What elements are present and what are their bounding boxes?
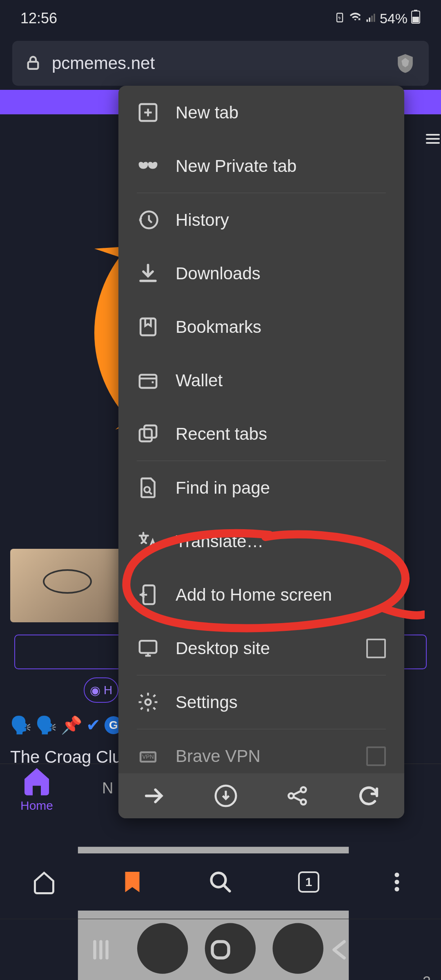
downloads-icon	[137, 262, 159, 285]
bookmark-icon[interactable]	[120, 870, 145, 894]
svg-rect-1	[366, 19, 368, 22]
svg-rect-7	[412, 17, 419, 22]
emoji-badge: 🗣️	[36, 715, 57, 735]
recents-button[interactable]	[89, 938, 113, 962]
desktop-site-checkbox[interactable]	[366, 639, 386, 658]
desktop-icon	[137, 637, 159, 659]
battery-icon	[411, 9, 421, 27]
svg-point-28	[144, 487, 150, 492]
svg-point-20	[395, 887, 399, 891]
browser-menu: New tab New Private tab History Download…	[118, 86, 404, 818]
share-icon[interactable]	[285, 784, 310, 808]
menu-bottom-bar	[118, 773, 404, 818]
menu-wallet[interactable]: Wallet	[118, 354, 404, 407]
svg-point-19	[395, 880, 399, 884]
translate-icon	[137, 530, 159, 552]
menu-translate[interactable]: Translate…	[118, 514, 404, 568]
vpn-icon: VPN	[137, 745, 159, 767]
battery-saver-icon	[334, 11, 345, 27]
url-bar[interactable]: pcmemes.net	[12, 41, 429, 86]
add-to-home-icon	[137, 584, 159, 606]
svg-rect-6	[414, 10, 417, 11]
status-bar: 12:56 54%	[0, 0, 441, 37]
user-avatar-image	[10, 549, 125, 622]
gear-icon	[137, 691, 159, 713]
svg-text:VPN: VPN	[142, 754, 154, 760]
svg-point-31	[145, 699, 151, 705]
hole-filter-pill[interactable]: ◉ H	[84, 677, 118, 703]
menu-settings[interactable]: Settings	[118, 675, 404, 729]
history-icon	[137, 209, 159, 231]
svg-rect-8	[28, 62, 38, 69]
find-icon	[137, 477, 159, 499]
status-right: 54%	[334, 9, 421, 27]
private-tab-icon	[137, 155, 159, 177]
tabs-button[interactable]: 1	[296, 870, 321, 894]
nav-next[interactable]: N	[102, 780, 113, 797]
home-button[interactable]	[208, 938, 233, 962]
svg-rect-25	[140, 375, 156, 388]
status-time: 12:56	[20, 10, 57, 27]
svg-rect-30	[140, 641, 156, 653]
menu-add-to-home-screen[interactable]: Add to Home screen	[118, 568, 404, 621]
signal-icon	[365, 11, 376, 27]
nav-home[interactable]: Home	[20, 764, 53, 813]
back-button[interactable]	[328, 938, 352, 962]
svg-rect-3	[371, 16, 373, 22]
url-text: pcmemes.net	[52, 53, 384, 73]
svg-rect-21	[212, 942, 229, 958]
wifi-icon	[349, 10, 362, 27]
brave-lion-icon[interactable]	[394, 52, 416, 75]
bookmarks-icon	[137, 316, 159, 338]
menu-bookmarks[interactable]: Bookmarks	[118, 300, 404, 354]
more-icon[interactable]	[385, 870, 409, 894]
battery-percent: 54%	[380, 11, 408, 27]
lock-icon	[24, 54, 42, 73]
globe-icon: ◉	[90, 683, 100, 697]
new-tab-icon	[137, 101, 159, 124]
browser-bottom-bar: 1	[0, 853, 441, 911]
menu-find-in-page[interactable]: Find in page	[118, 461, 404, 514]
verified-icon: ✔	[86, 715, 100, 735]
hamburger-icon[interactable]	[425, 131, 441, 151]
menu-new-private-tab[interactable]: New Private tab	[118, 139, 404, 193]
home-icon[interactable]	[32, 870, 56, 894]
refresh-icon[interactable]	[356, 784, 381, 808]
svg-point-18	[395, 873, 399, 877]
download-icon[interactable]	[214, 784, 238, 808]
menu-history[interactable]: History	[118, 193, 404, 247]
vpn-checkbox[interactable]	[366, 746, 386, 766]
emoji-badge: 🗣️	[10, 715, 31, 735]
recent-tabs-icon	[137, 423, 159, 445]
menu-brave-vpn[interactable]: VPN Brave VPN	[118, 729, 404, 773]
svg-rect-4	[374, 13, 375, 22]
menu-new-tab[interactable]: New tab	[118, 86, 404, 139]
forward-icon[interactable]	[142, 784, 167, 808]
svg-rect-24	[140, 318, 156, 335]
svg-rect-26	[140, 429, 152, 441]
svg-rect-27	[144, 425, 156, 438]
wallet-icon	[137, 369, 159, 392]
search-icon[interactable]	[208, 870, 233, 894]
menu-recent-tabs[interactable]: Recent tabs	[118, 407, 404, 461]
pin-icon: 📌	[61, 715, 82, 735]
menu-downloads[interactable]: Downloads	[118, 247, 404, 300]
svg-rect-2	[369, 18, 370, 22]
menu-desktop-site[interactable]: Desktop site	[118, 621, 404, 675]
system-nav-bar	[0, 919, 441, 980]
